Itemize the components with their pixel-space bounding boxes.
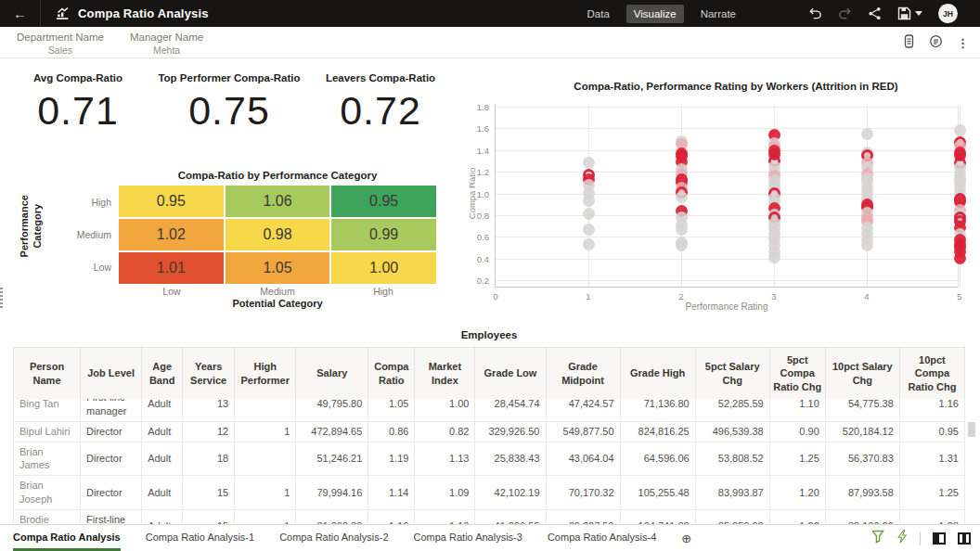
kpi-leavers-compa-ratio[interactable]: Leavers Compa-Ratio 0.72 [306, 72, 455, 134]
limit-values-icon[interactable] [903, 34, 915, 52]
scatter-point[interactable] [954, 252, 966, 264]
table-row[interactable]: Brian JosephDirectorAdult15179,994.161.1… [14, 476, 965, 510]
y-tick-label: 1.8 [477, 102, 489, 112]
share-icon[interactable] [868, 6, 882, 20]
table-cell: 1.14 [368, 476, 415, 510]
scatter-point[interactable] [861, 128, 873, 140]
column-header[interactable]: Grade High [620, 348, 695, 400]
col-label: Low [119, 286, 225, 297]
canvas-tab[interactable]: Compa Ratio Analysis-3 [414, 525, 522, 551]
canvas-tab[interactable]: Compa Ratio Analysis-1 [146, 525, 254, 551]
table-cell: 85,050.00 [695, 509, 769, 524]
save-button[interactable] [897, 6, 922, 20]
table-row[interactable]: Brian JamesDirectorAdult1851,246.211.191… [14, 442, 965, 476]
table-cell: 70,170.32 [546, 476, 620, 510]
filter-manager-name[interactable]: Manager Name Mehta [130, 32, 203, 56]
table-scrollbar-thumb[interactable] [968, 422, 975, 437]
kpi-top-performer-compa-ratio[interactable]: Top Performer Compa-Ratio 0.75 [155, 72, 303, 134]
avatar[interactable]: JH [938, 4, 958, 23]
table-cell: 1 [235, 421, 296, 442]
heatmap-cell[interactable]: 1.00 [331, 252, 436, 284]
gridline [496, 107, 958, 108]
column-header[interactable]: 5pct Salary Chg [695, 348, 769, 400]
heatmap-cell[interactable]: 0.95 [119, 186, 224, 217]
table-cell: 25,838.43 [475, 442, 546, 476]
scatter-point[interactable] [583, 224, 595, 236]
table-row[interactable]: Bing TanFirst-line managerAdult1349,795.… [14, 399, 965, 421]
heatmap-title: Compa-Ratio by Performance Category [119, 170, 436, 181]
y-tick-label: 1.6 [477, 123, 489, 134]
add-canvas-icon[interactable]: ⊕ [681, 525, 691, 551]
heatmap-x-axis-title: Potential Category [119, 298, 436, 309]
column-header[interactable]: 10pct Salary Chg [825, 348, 899, 400]
workbook-title: Compa Ratio Analysis [78, 6, 209, 20]
column-header[interactable]: Age Band [142, 348, 183, 400]
scatter-point[interactable] [583, 208, 595, 220]
back-arrow-icon: ← [13, 6, 27, 21]
scatter-point[interactable] [676, 191, 688, 203]
y-tick-label: 0.2 [477, 276, 489, 286]
heatmap-cell[interactable]: 0.99 [331, 219, 436, 250]
scatter-point[interactable] [583, 238, 595, 250]
table-cell: 64,596.06 [620, 442, 695, 476]
canvas-tab[interactable]: Compa Ratio Analysis-4 [548, 525, 656, 551]
column-header[interactable]: Grade Low [475, 348, 546, 400]
column-header[interactable]: Salary [296, 348, 368, 400]
kpi-avg-compa-ratio[interactable]: Avg Compa-Ratio 0.71 [4, 72, 152, 134]
heatmap-cell[interactable]: 0.95 [331, 186, 436, 217]
table-body-scroll-area[interactable]: Bing TanFirst-line managerAdult1349,795.… [13, 399, 965, 524]
scatter-point[interactable] [861, 239, 873, 251]
scatter-point[interactable] [768, 251, 780, 263]
redo-icon[interactable] [838, 6, 852, 20]
table-cell: 1.09 [415, 476, 475, 510]
insights-icon[interactable] [929, 34, 943, 52]
column-header[interactable]: Compa Ratio [368, 348, 415, 400]
heatmap-cell[interactable]: 1.01 [119, 252, 224, 284]
layout-left-panel-icon[interactable] [933, 532, 946, 545]
x-tick-label: 1 [586, 291, 590, 301]
table-cell: 1.19 [368, 442, 415, 476]
canvas-menu-icon[interactable]: ⋮ [957, 37, 969, 49]
table-cell: 51,246.21 [296, 442, 368, 476]
column-header[interactable]: Market Index [415, 348, 475, 400]
column-header[interactable]: Grade Midpoint [546, 348, 620, 400]
auto-insights-icon[interactable] [896, 530, 908, 547]
filter-department-name[interactable]: Department Name Sales [17, 32, 104, 56]
back-button[interactable]: ← [0, 0, 41, 27]
table-cell: 1.20 [769, 476, 825, 510]
heatmap-cell[interactable]: 1.02 [119, 219, 224, 250]
save-menu-caret-icon[interactable] [915, 11, 922, 16]
heatmap-cell[interactable]: 1.05 [226, 252, 330, 284]
column-header[interactable]: 10pct Compa Ratio Chg [899, 348, 964, 400]
gridline [496, 237, 958, 237]
table-row[interactable]: Bipul LahiriDirectorAdult121472,894.650.… [14, 421, 965, 442]
heatmap-cell[interactable]: 0.98 [226, 219, 330, 250]
table-cell: 1.28 [899, 509, 964, 524]
column-header[interactable]: Job Level [81, 348, 142, 400]
column-header[interactable]: 5pct Compa Ratio Chg [769, 348, 825, 400]
scatter-point[interactable] [954, 124, 966, 136]
table-cell: Director [81, 442, 142, 476]
tab-visualize[interactable]: Visualize [626, 5, 684, 23]
layout-center-panel-icon[interactable] [958, 532, 971, 545]
panel-resize-grip[interactable] [0, 288, 3, 308]
table-cell: 89,100.00 [825, 509, 899, 524]
scatter-point[interactable] [676, 239, 688, 251]
canvas-tab[interactable]: Compa Ratio Analysis [13, 525, 121, 551]
tab-data[interactable]: Data [580, 5, 617, 23]
scatter-point[interactable] [583, 157, 595, 169]
canvas-filter-icon[interactable] [871, 530, 884, 547]
tab-narrate[interactable]: Narrate [693, 5, 743, 23]
column-header[interactable]: High Performer [235, 348, 296, 400]
table-cell: 15 [183, 476, 235, 510]
canvas-tab[interactable]: Compa Ratio Analysis-2 [279, 525, 388, 551]
table-row[interactable]: Brodie SmithFirst-line managerAdult15181… [14, 509, 965, 524]
scatter-point[interactable] [583, 195, 595, 207]
table-cell: Director [81, 476, 142, 510]
column-header[interactable]: Person Name [14, 348, 81, 400]
kpi-label: Avg Compa-Ratio [4, 72, 152, 83]
heatmap-cell[interactable]: 1.06 [226, 186, 330, 217]
scatter-point[interactable] [676, 224, 688, 236]
undo-icon[interactable] [808, 6, 822, 20]
column-header[interactable]: Years Service [183, 348, 235, 400]
